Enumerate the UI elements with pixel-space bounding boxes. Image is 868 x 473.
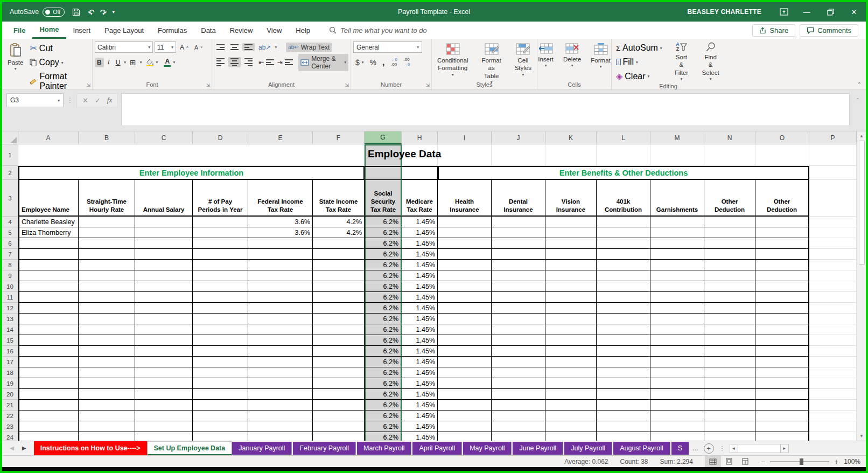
cell-H17[interactable]: 1.45% bbox=[402, 357, 438, 367]
cell-E19[interactable] bbox=[248, 378, 313, 389]
paste-button[interactable]: Paste▾ bbox=[4, 41, 26, 79]
cell-I21[interactable] bbox=[438, 400, 492, 411]
cell-L16[interactable] bbox=[597, 346, 650, 357]
cell-P4[interactable] bbox=[809, 217, 857, 227]
cell-P22[interactable] bbox=[809, 411, 857, 421]
cell-O14[interactable] bbox=[755, 324, 809, 335]
cell-M9[interactable] bbox=[650, 270, 704, 281]
cell-O4[interactable] bbox=[755, 217, 809, 227]
sheet-tab-june-payroll[interactable]: June Payroll bbox=[513, 442, 563, 455]
cell-P21[interactable] bbox=[809, 400, 857, 411]
cell-P18[interactable] bbox=[809, 367, 857, 378]
cell-J21[interactable] bbox=[492, 400, 545, 411]
cell-F16[interactable] bbox=[313, 346, 365, 357]
cell-H4[interactable]: 1.45% bbox=[402, 217, 438, 227]
cell-L17[interactable] bbox=[597, 357, 650, 367]
cell-I14[interactable] bbox=[438, 324, 492, 335]
row-header-8[interactable]: 8 bbox=[2, 260, 18, 270]
cell-E5[interactable]: 3.6% bbox=[248, 227, 313, 238]
select-all-corner[interactable] bbox=[2, 131, 18, 144]
header-cell-D3[interactable]: # of Pay Periods in Year bbox=[193, 180, 248, 217]
cell-O17[interactable] bbox=[755, 357, 809, 367]
header-cell-M3[interactable]: Garnishments bbox=[650, 180, 704, 217]
cell-P10[interactable] bbox=[809, 281, 857, 292]
cell-I19[interactable] bbox=[438, 378, 492, 389]
cell-D20[interactable] bbox=[193, 389, 248, 400]
tab-file[interactable]: File bbox=[6, 23, 32, 38]
tab-overflow-label[interactable]: ... bbox=[690, 441, 700, 455]
row-header-24[interactable]: 24 bbox=[2, 432, 18, 441]
cell-P20[interactable] bbox=[809, 389, 857, 400]
cell-H21[interactable]: 1.45% bbox=[402, 400, 438, 411]
header-cell-G3[interactable]: Social Security Tax Rate bbox=[365, 180, 402, 217]
fill-button[interactable]: ↓Fill▾ bbox=[614, 56, 664, 68]
cell-B17[interactable] bbox=[79, 357, 135, 367]
increase-decimal-button[interactable]: ←0.00 bbox=[388, 57, 399, 68]
font-color-button[interactable]: A▾ bbox=[162, 57, 177, 68]
cell-D19[interactable] bbox=[193, 378, 248, 389]
tab-data[interactable]: Data bbox=[194, 23, 222, 38]
cell-N11[interactable] bbox=[704, 292, 755, 303]
cell-O10[interactable] bbox=[755, 281, 809, 292]
borders-button[interactable]: ⊞ bbox=[128, 57, 138, 68]
row-header-20[interactable]: 20 bbox=[2, 389, 18, 400]
cell-L10[interactable] bbox=[597, 281, 650, 292]
cell-H23[interactable]: 1.45% bbox=[402, 421, 438, 432]
row-header-5[interactable]: 5 bbox=[2, 227, 18, 238]
row-header-22[interactable]: 22 bbox=[2, 411, 18, 421]
cell-F17[interactable] bbox=[313, 357, 365, 367]
cell-A8[interactable] bbox=[18, 260, 79, 270]
cell-E22[interactable] bbox=[248, 411, 313, 421]
cell-I5[interactable] bbox=[438, 227, 492, 238]
cell-A21[interactable] bbox=[18, 400, 79, 411]
cell-K6[interactable] bbox=[545, 238, 597, 249]
cell-I13[interactable] bbox=[438, 314, 492, 324]
cell-M7[interactable] bbox=[650, 249, 704, 260]
cell-M15[interactable] bbox=[650, 335, 704, 346]
cell-O13[interactable] bbox=[755, 314, 809, 324]
scroll-up-icon[interactable]: ▲ bbox=[857, 131, 866, 141]
cell-M24[interactable] bbox=[650, 432, 704, 441]
cell-D12[interactable] bbox=[193, 303, 248, 314]
cell-D23[interactable] bbox=[193, 421, 248, 432]
cell-C19[interactable] bbox=[135, 378, 193, 389]
cell-J6[interactable] bbox=[492, 238, 545, 249]
row-header-23[interactable]: 23 bbox=[2, 421, 18, 432]
cell-C10[interactable] bbox=[135, 281, 193, 292]
row-header-1[interactable]: 1 bbox=[2, 144, 18, 166]
percent-style-button[interactable]: % bbox=[368, 57, 379, 68]
cell-K21[interactable] bbox=[545, 400, 597, 411]
merge-center-button[interactable]: Merge & Center▾ bbox=[298, 54, 348, 71]
cell-J22[interactable] bbox=[492, 411, 545, 421]
cell-L18[interactable] bbox=[597, 367, 650, 378]
cell-J1[interactable] bbox=[492, 144, 545, 166]
cell-N19[interactable] bbox=[704, 378, 755, 389]
cell-N8[interactable] bbox=[704, 260, 755, 270]
column-header-H[interactable]: H bbox=[402, 131, 438, 144]
cell-O21[interactable] bbox=[755, 400, 809, 411]
cell-P1[interactable] bbox=[809, 144, 857, 166]
cell-C24[interactable] bbox=[135, 432, 193, 441]
cell-O7[interactable] bbox=[755, 249, 809, 260]
cell-E20[interactable] bbox=[248, 389, 313, 400]
cell-O1[interactable] bbox=[755, 144, 809, 166]
cell-H15[interactable]: 1.45% bbox=[402, 335, 438, 346]
cell-I4[interactable] bbox=[438, 217, 492, 227]
cell-H19[interactable]: 1.45% bbox=[402, 378, 438, 389]
cell-M6[interactable] bbox=[650, 238, 704, 249]
cell-E12[interactable] bbox=[248, 303, 313, 314]
cell-G11[interactable]: 6.2% bbox=[365, 292, 402, 303]
cell-H2[interactable] bbox=[402, 166, 438, 180]
cell-K15[interactable] bbox=[545, 335, 597, 346]
cell-C5[interactable] bbox=[135, 227, 193, 238]
cell-H9[interactable]: 1.45% bbox=[402, 270, 438, 281]
cell-G7[interactable]: 6.2% bbox=[365, 249, 402, 260]
cell-A15[interactable] bbox=[18, 335, 79, 346]
cell-H14[interactable]: 1.45% bbox=[402, 324, 438, 335]
cell-F23[interactable] bbox=[313, 421, 365, 432]
cell-C17[interactable] bbox=[135, 357, 193, 367]
underline-button[interactable]: U bbox=[114, 58, 123, 67]
cell-B9[interactable] bbox=[79, 270, 135, 281]
zoom-in-icon[interactable]: + bbox=[834, 457, 838, 466]
cell-I10[interactable] bbox=[438, 281, 492, 292]
